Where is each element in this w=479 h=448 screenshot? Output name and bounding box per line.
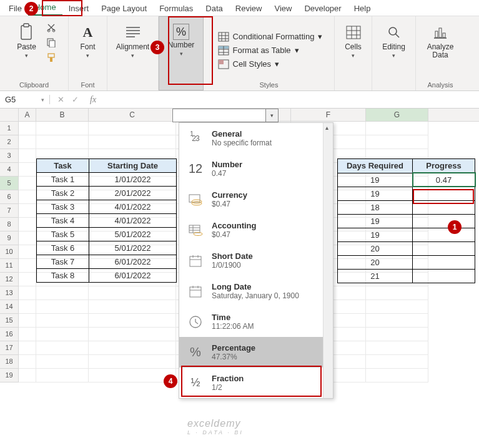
- number-format-selector[interactable]: ▾: [172, 109, 279, 122]
- fx-icon[interactable]: fx: [86, 95, 100, 105]
- number-format-time[interactable]: Time11:22:06 AM: [179, 306, 333, 337]
- table-cell[interactable]: [413, 200, 475, 214]
- font-button[interactable]: A Font ▾: [72, 21, 104, 61]
- row-header[interactable]: 1: [0, 122, 19, 135]
- row-header[interactable]: 5: [0, 177, 19, 190]
- table-cell[interactable]: 5/01/2022: [89, 241, 177, 255]
- cell[interactable]: [366, 135, 428, 149]
- cell[interactable]: [89, 341, 176, 355]
- number-format-number[interactable]: 12Number0.47: [179, 153, 333, 184]
- table-cell[interactable]: Task 3: [37, 200, 89, 214]
- conditional-formatting-button[interactable]: Conditional Formatting ▾: [218, 32, 323, 42]
- table-cell[interactable]: 21: [338, 269, 413, 283]
- row-header[interactable]: 15: [0, 314, 19, 328]
- number-button[interactable]: % Number ▾: [164, 22, 199, 59]
- cell[interactable]: [19, 245, 36, 259]
- cell[interactable]: [19, 314, 36, 328]
- cell[interactable]: [19, 231, 36, 245]
- cell[interactable]: [19, 259, 36, 273]
- table-cell[interactable]: 18: [338, 200, 413, 214]
- cell[interactable]: [19, 204, 36, 218]
- cell-styles-button[interactable]: Cell Styles ▾: [218, 59, 279, 69]
- cell[interactable]: [366, 286, 428, 300]
- table-cell[interactable]: 0.47: [413, 173, 475, 187]
- cell[interactable]: [89, 355, 176, 369]
- row-header[interactable]: 11: [0, 259, 19, 273]
- row-header[interactable]: 3: [0, 149, 19, 163]
- table-cell[interactable]: [413, 187, 475, 200]
- cell[interactable]: [36, 122, 89, 135]
- cell[interactable]: [36, 135, 89, 149]
- format-as-table-button[interactable]: Format as Table ▾: [218, 46, 299, 56]
- cell[interactable]: [19, 273, 36, 286]
- table-cell[interactable]: Task 5: [37, 228, 89, 241]
- row-header[interactable]: 13: [0, 286, 19, 300]
- row-header[interactable]: 10: [0, 245, 19, 259]
- tab-insert[interactable]: Insert: [62, 1, 96, 16]
- select-all-corner[interactable]: [0, 109, 19, 121]
- table-cell[interactable]: 2/01/2022: [89, 187, 177, 200]
- editing-button[interactable]: Editing ▾: [378, 21, 410, 61]
- cells-button[interactable]: Cells ▾: [338, 21, 369, 61]
- row-header[interactable]: 9: [0, 231, 19, 245]
- row-header[interactable]: 18: [0, 355, 19, 369]
- cell[interactable]: [366, 300, 428, 314]
- tab-developer[interactable]: Developer: [298, 1, 347, 16]
- table-cell[interactable]: Task 8: [37, 269, 89, 283]
- number-format-short-date[interactable]: Short Date1/0/1900: [179, 245, 333, 276]
- number-format-accounting[interactable]: Accounting $0.47: [179, 215, 333, 245]
- cell[interactable]: [366, 328, 428, 341]
- cell[interactable]: [366, 341, 428, 355]
- cell[interactable]: [36, 328, 89, 341]
- row-header[interactable]: 6: [0, 190, 19, 204]
- cell[interactable]: [19, 286, 36, 300]
- cell[interactable]: [19, 190, 36, 204]
- enter-icon[interactable]: ✓: [72, 95, 79, 104]
- table-cell[interactable]: 19: [338, 187, 413, 200]
- table-cell[interactable]: [413, 214, 475, 228]
- cell[interactable]: [19, 218, 36, 231]
- table-cell[interactable]: 19: [338, 173, 413, 187]
- cell[interactable]: [36, 341, 89, 355]
- cell[interactable]: [36, 355, 89, 369]
- cell[interactable]: [366, 122, 428, 135]
- cell[interactable]: [19, 328, 36, 341]
- cell[interactable]: [366, 314, 428, 328]
- row-header[interactable]: 7: [0, 204, 19, 218]
- tab-page-layout[interactable]: Page Layout: [95, 1, 153, 16]
- table-cell[interactable]: 19: [338, 228, 413, 241]
- format-painter-icon[interactable]: [45, 51, 57, 64]
- cell[interactable]: [89, 314, 176, 328]
- cell[interactable]: [19, 135, 36, 149]
- tab-review[interactable]: Review: [229, 1, 269, 16]
- row-header[interactable]: 4: [0, 163, 19, 177]
- row-header[interactable]: 17: [0, 341, 19, 355]
- col-header-G[interactable]: G: [366, 109, 428, 121]
- number-format-general[interactable]: 123GeneralNo specific format: [179, 123, 333, 153]
- cell[interactable]: [89, 122, 176, 135]
- table-cell[interactable]: [413, 255, 475, 269]
- table-cell[interactable]: 20: [338, 255, 413, 269]
- cell[interactable]: [89, 328, 176, 341]
- table-cell[interactable]: 20: [338, 241, 413, 255]
- cell[interactable]: [36, 286, 89, 300]
- cell[interactable]: [19, 163, 36, 177]
- table-cell[interactable]: Task 1: [37, 173, 89, 187]
- tab-view[interactable]: View: [268, 1, 298, 16]
- number-format-long-date[interactable]: Long DateSaturday, January 0, 1900: [179, 276, 333, 306]
- cell[interactable]: [19, 369, 36, 382]
- copy-icon[interactable]: [45, 36, 57, 49]
- paste-button[interactable]: Paste ▾: [11, 21, 42, 61]
- cut-icon[interactable]: [45, 21, 57, 34]
- cell[interactable]: [19, 177, 36, 190]
- cell[interactable]: [19, 122, 36, 135]
- row-header[interactable]: 12: [0, 273, 19, 286]
- cell[interactable]: [36, 369, 89, 382]
- col-header-C[interactable]: C: [89, 109, 176, 121]
- number-format-fraction[interactable]: ½Fraction1/2: [179, 368, 333, 398]
- table-cell[interactable]: 6/01/2022: [89, 269, 177, 283]
- row-header[interactable]: 14: [0, 300, 19, 314]
- col-header-A[interactable]: A: [19, 109, 36, 121]
- cancel-icon[interactable]: ✕: [57, 95, 64, 104]
- table-cell[interactable]: [413, 228, 475, 241]
